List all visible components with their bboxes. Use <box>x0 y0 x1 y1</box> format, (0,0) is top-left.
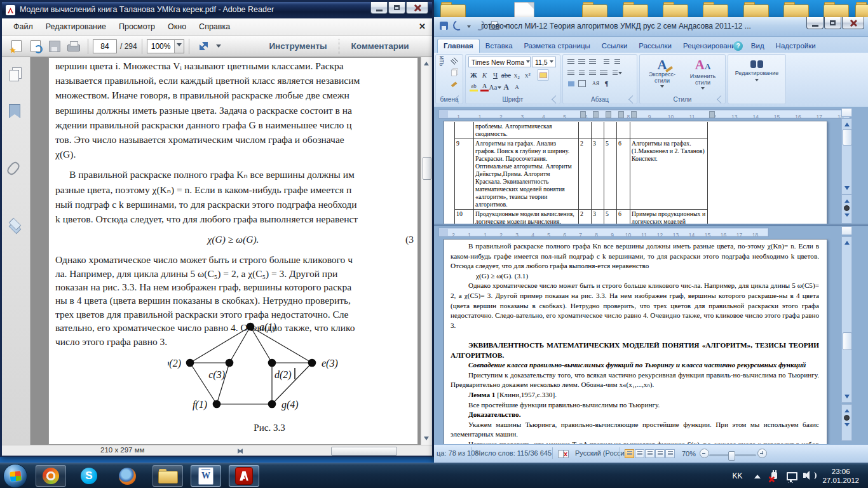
comments-button[interactable]: Комментарии <box>340 41 421 51</box>
highlight-button[interactable]: ab <box>468 82 479 92</box>
shrink-font-button[interactable]: A <box>512 82 522 92</box>
menu-window[interactable]: Окно <box>161 20 193 34</box>
multilevel-list-button[interactable] <box>587 57 598 67</box>
maximize-button[interactable] <box>388 2 405 14</box>
table-column-marker[interactable] <box>709 111 715 118</box>
scrollbar-thumb[interactable] <box>843 332 852 350</box>
shading-button[interactable] <box>566 78 576 88</box>
desktop-document-icon[interactable] <box>514 2 534 17</box>
menu-file[interactable]: Файл <box>7 20 39 34</box>
desktop-folder-icon[interactable] <box>440 2 466 17</box>
taskbar-explorer-button[interactable] <box>153 465 183 487</box>
page-number-input[interactable] <box>93 39 117 53</box>
scroll-up-icon[interactable] <box>423 58 430 66</box>
editing-button[interactable]: Редактирование <box>728 55 785 93</box>
desktop-folder-icon[interactable] <box>855 2 868 17</box>
create-pdf-button[interactable] <box>7 38 26 55</box>
minimize-button[interactable] <box>806 17 824 29</box>
scroll-down-icon[interactable] <box>843 394 851 402</box>
select-browse-object-icon[interactable] <box>844 205 850 211</box>
horizontal-scrollbar[interactable] <box>236 446 417 455</box>
desktop-folder-icon[interactable] <box>663 2 688 17</box>
scroll-down-icon[interactable] <box>423 436 430 444</box>
desktop-folder-icon[interactable] <box>783 2 809 17</box>
format-painter-button[interactable] <box>449 79 459 89</box>
desktop-folder-icon[interactable] <box>582 2 607 17</box>
cut-button[interactable] <box>449 56 459 66</box>
page[interactable]: проблемы. Алгоритмическая сводимость. 9 … <box>444 121 827 224</box>
clear-formatting-button[interactable] <box>537 69 549 81</box>
word-count[interactable]: Число слов: 115/36 645 <box>476 449 552 457</box>
zoom-dropdown-icon[interactable] <box>174 40 184 53</box>
justify-button[interactable] <box>598 67 609 78</box>
table-column-marker[interactable] <box>618 111 624 118</box>
ruler[interactable]: 112345678910111213141516171819 <box>438 109 850 119</box>
attachments-panel-icon[interactable] <box>9 161 23 177</box>
numbering-button[interactable] <box>576 57 587 67</box>
sort-button[interactable]: АЯ <box>590 78 601 88</box>
menu-edit[interactable]: Редактирование <box>39 20 112 34</box>
bold-button[interactable]: Ж <box>468 70 479 80</box>
decrease-indent-button[interactable] <box>601 57 612 67</box>
scroll-down-icon[interactable] <box>843 186 851 193</box>
desktop-folder-icon[interactable] <box>623 2 648 17</box>
next-page-icon[interactable] <box>844 423 850 429</box>
ruler-toggle-button[interactable] <box>841 226 852 235</box>
maximize-button[interactable] <box>824 17 841 29</box>
fullscreen-view-button[interactable] <box>635 449 644 458</box>
help-icon[interactable] <box>733 41 743 51</box>
ruler[interactable]: 21123456789101112131415161718 <box>438 227 769 237</box>
print-button[interactable] <box>64 38 83 55</box>
table-column-marker[interactable] <box>606 111 611 118</box>
font-name-select[interactable]: Times New Roman <box>468 57 531 67</box>
subscript-button[interactable]: x₂ <box>512 70 522 80</box>
table-column-marker[interactable] <box>593 111 599 118</box>
taskbar-browser-button[interactable] <box>36 465 66 487</box>
tab-view[interactable]: Вид <box>745 39 770 53</box>
align-left-button[interactable] <box>566 67 576 78</box>
language-indicator[interactable]: Русский (Россия) <box>575 449 630 457</box>
scroll-up-icon[interactable] <box>843 238 851 245</box>
page-indicator[interactable]: ца: 78 из 108 <box>437 449 478 457</box>
font-size-select[interactable]: 11,5 <box>532 57 556 67</box>
title-bar[interactable]: Модели вычислений книга Таланова УМКга к… <box>2 2 432 18</box>
title-bar[interactable]: готово посл МИ-12 Теория алгоритмов УМКД… <box>434 17 868 37</box>
ruler-toggle-button[interactable] <box>841 108 852 117</box>
desktop-folder-icon[interactable] <box>743 2 769 17</box>
tab-mailings[interactable]: Рассылки <box>633 39 677 53</box>
vertical-scrollbar[interactable] <box>841 118 852 194</box>
zoom-slider[interactable] <box>709 454 756 456</box>
zoom-out-button[interactable] <box>700 449 709 458</box>
bookmarks-panel-icon[interactable] <box>9 104 23 119</box>
taskbar-adobe-button[interactable] <box>229 465 259 487</box>
bullets-button[interactable] <box>566 57 576 67</box>
tab-page-layout[interactable]: Разметка страницы <box>519 39 596 53</box>
tab-home[interactable]: Главная <box>437 39 480 53</box>
change-styles-button[interactable]: AA Изменить стили <box>683 56 722 94</box>
show-formatting-button[interactable]: ¶ <box>601 78 612 88</box>
zoom-slider-thumb[interactable] <box>728 451 735 461</box>
italic-button[interactable]: К <box>479 70 490 80</box>
zoom-in-button[interactable] <box>757 449 767 458</box>
scrollbar-thumb[interactable] <box>843 129 852 146</box>
align-center-button[interactable] <box>576 67 587 78</box>
save-button[interactable] <box>45 38 64 55</box>
print-layout-view-button[interactable] <box>625 449 634 458</box>
superscript-button[interactable]: x² <box>522 70 533 80</box>
previous-page-icon[interactable] <box>844 407 850 412</box>
menu-help[interactable]: Справка <box>193 20 236 34</box>
next-page-icon[interactable] <box>844 214 850 219</box>
table-column-marker[interactable] <box>631 111 637 118</box>
power-plug-icon[interactable] <box>769 470 780 482</box>
align-right-button[interactable] <box>587 67 598 78</box>
schedule-table[interactable]: проблемы. Алгоритмическая сводимость. 9 … <box>454 122 708 224</box>
page[interactable]: В правильной раскраске полного графа Kn … <box>444 239 827 445</box>
document-text[interactable]: В правильной раскраске полного графа Kn … <box>444 240 827 445</box>
vertical-scrollbar[interactable] <box>421 57 432 445</box>
vertical-scrollbar[interactable] <box>841 236 852 403</box>
close-document-icon[interactable]: ✕ <box>419 22 426 31</box>
fit-window-button[interactable] <box>194 38 213 55</box>
web-layout-view-button[interactable] <box>645 449 654 458</box>
quick-styles-button[interactable]: A Экспресс-стили <box>642 56 682 94</box>
tools-button[interactable]: Инструменты <box>257 41 338 51</box>
